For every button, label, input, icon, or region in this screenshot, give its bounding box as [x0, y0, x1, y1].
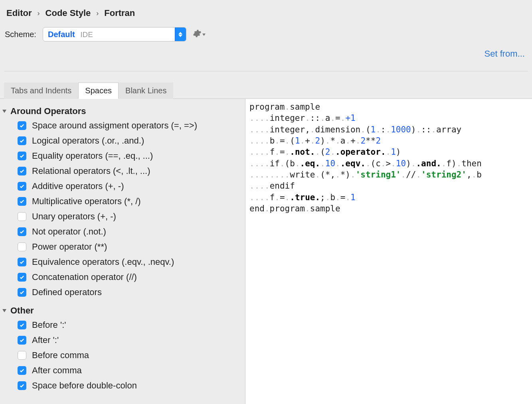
checkbox[interactable]	[18, 182, 26, 191]
code-preview: program.sample ....integer.::.a.=.+1 ...…	[245, 99, 532, 404]
option-row: Power operator (**)	[18, 239, 242, 254]
option-row: Space around assigment operators (=, =>)	[18, 118, 242, 133]
option-label: Equivalence operators (.eqv., .neqv.)	[32, 257, 174, 267]
checkbox[interactable]	[18, 136, 26, 145]
section-items: Space around assigment operators (=, =>)…	[18, 118, 242, 300]
checkbox[interactable]	[18, 212, 26, 221]
checkbox[interactable]	[18, 366, 26, 375]
code-line: end.program.sample	[249, 204, 340, 213]
tab-tabs-and-indents[interactable]: Tabs and Indents	[4, 83, 78, 99]
option-label: Space before double-colon	[32, 380, 137, 391]
option-row: After ':'	[18, 333, 242, 348]
option-row: Equivalence operators (.eqv., .neqv.)	[18, 254, 242, 270]
breadcrumb: Editor › Code Style › Fortran	[0, 0, 532, 25]
option-row: Additive operators (+, -)	[18, 179, 242, 194]
tabs: Tabs and Indents Spaces Blank Lines	[4, 83, 528, 99]
gear-icon	[193, 29, 202, 40]
option-label: Before ':'	[32, 320, 66, 330]
option-label: Relational operators (<, .lt., ...)	[32, 166, 150, 176]
disclosure-triangle-icon	[2, 309, 6, 312]
option-row: Before comma	[18, 348, 242, 363]
stepper-icon	[175, 28, 186, 41]
checkbox[interactable]	[18, 152, 26, 160]
option-row: Space before double-colon	[18, 378, 242, 393]
option-label: Unary operators (+, -)	[32, 211, 116, 222]
option-label: Before comma	[32, 350, 89, 361]
code-line: ....endif	[249, 181, 295, 191]
option-row: After comma	[18, 363, 242, 378]
code-line: ....f.=..not..(2..operator..1)	[249, 147, 401, 157]
scheme-row: Scheme: Default IDE	[0, 25, 532, 49]
checkbox[interactable]	[18, 351, 26, 360]
chevron-down-icon	[202, 34, 206, 36]
option-row: Concatenation operator (//)	[18, 270, 242, 285]
option-row: Multiplicative operators (*, /)	[18, 194, 242, 209]
option-row: Relational operators (<, .lt., ...)	[18, 164, 242, 179]
gear-button[interactable]	[193, 29, 206, 40]
option-label: Defined operators	[32, 287, 102, 298]
option-row: Logical operators (.or., .and.)	[18, 133, 242, 148]
section-title: Other	[10, 305, 34, 316]
option-row: Not operator (.not.)	[18, 224, 242, 239]
scheme-suffix: IDE	[80, 30, 93, 39]
content: Around OperatorsSpace around assigment o…	[0, 99, 532, 404]
breadcrumb-fortran[interactable]: Fortran	[104, 8, 135, 18]
chevron-right-icon: ›	[96, 9, 99, 18]
checkbox[interactable]	[18, 288, 26, 297]
section-items: Before ':'After ':'Before commaAfter com…	[18, 317, 242, 393]
code-line: ........write.(*,.*).'string1'.//.'strin…	[249, 170, 482, 179]
divider	[4, 71, 528, 71]
code-line: ....integer,.dimension.(1.:.1000).::.arr…	[249, 125, 461, 134]
setfrom-row: Set from...	[0, 49, 532, 65]
checkbox[interactable]	[18, 321, 26, 329]
checkbox[interactable]	[18, 273, 26, 282]
option-row: Equality operators (==, .eq., ...)	[18, 148, 242, 164]
scheme-value: Default	[48, 30, 75, 39]
code-line: ....integer.::.a.=.+1	[249, 113, 356, 123]
checkbox[interactable]	[18, 167, 26, 175]
section: Around OperatorsSpace around assigment o…	[2, 104, 242, 300]
chevron-right-icon: ›	[38, 9, 40, 18]
disclosure-triangle-icon	[2, 110, 6, 113]
option-label: Additive operators (+, -)	[32, 181, 124, 191]
tab-spaces[interactable]: Spaces	[78, 83, 119, 99]
checkbox[interactable]	[18, 258, 26, 266]
scheme-select[interactable]: Default IDE	[43, 27, 186, 41]
section-title: Around Operators	[10, 106, 86, 116]
options-tree[interactable]: Around OperatorsSpace around assigment o…	[0, 99, 245, 404]
option-row: Defined operators	[18, 285, 242, 300]
checkbox[interactable]	[18, 197, 26, 206]
set-from-link[interactable]: Set from...	[485, 49, 525, 59]
breadcrumb-code-style[interactable]: Code Style	[45, 8, 91, 18]
code-line: ....b.=.(1.+.2).*.a.+.2**2	[249, 136, 381, 146]
scheme-label: Scheme:	[5, 30, 36, 39]
tab-blank-lines[interactable]: Blank Lines	[119, 83, 173, 99]
option-label: Space around assigment operators (=, =>)	[32, 120, 197, 131]
section-header[interactable]: Other	[2, 304, 242, 317]
breadcrumb-editor[interactable]: Editor	[6, 8, 32, 18]
option-label: After ':'	[32, 335, 59, 345]
code-line: program.sample	[249, 102, 320, 112]
code-line: ....if.(b..eq..10..eqv..(c.>.10)..and..f…	[249, 159, 482, 168]
checkbox[interactable]	[18, 336, 26, 345]
checkbox[interactable]	[18, 381, 26, 390]
option-label: Logical operators (.or., .and.)	[32, 136, 144, 146]
checkbox[interactable]	[18, 121, 26, 130]
option-label: Multiplicative operators (*, /)	[32, 196, 141, 207]
checkbox[interactable]	[18, 242, 26, 251]
option-label: Concatenation operator (//)	[32, 272, 137, 282]
option-row: Unary operators (+, -)	[18, 209, 242, 224]
option-label: Power operator (**)	[32, 242, 107, 252]
option-label: After comma	[32, 365, 82, 376]
option-row: Before ':'	[18, 317, 242, 333]
checkbox[interactable]	[18, 227, 26, 236]
option-label: Not operator (.not.)	[32, 227, 106, 237]
section-header[interactable]: Around Operators	[2, 104, 242, 118]
option-label: Equality operators (==, .eq., ...)	[32, 151, 153, 161]
code-line: ....f.=..true.;.b.=.1	[249, 193, 356, 202]
section: OtherBefore ':'After ':'Before commaAfte…	[2, 304, 242, 393]
